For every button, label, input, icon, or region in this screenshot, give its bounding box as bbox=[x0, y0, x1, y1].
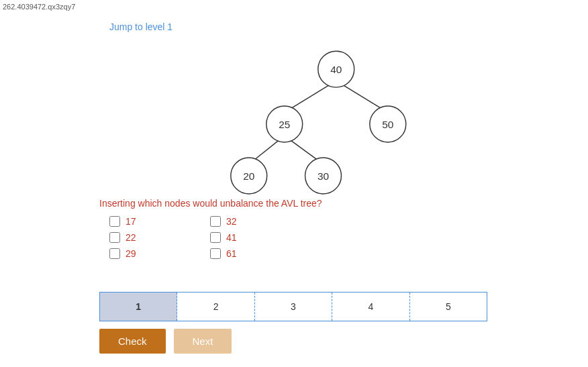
node-50-label: 50 bbox=[382, 119, 393, 130]
node-40-label: 40 bbox=[330, 64, 342, 75]
checkbox-41[interactable] bbox=[210, 232, 221, 243]
label-41: 41 bbox=[226, 232, 237, 243]
pagination-bar: 1 2 3 4 5 bbox=[99, 292, 487, 321]
checkbox-22[interactable] bbox=[109, 232, 120, 243]
page-4[interactable]: 4 bbox=[332, 293, 409, 321]
options-container: 17 32 22 41 29 61 bbox=[109, 216, 304, 259]
node-30-label: 30 bbox=[317, 170, 329, 182]
tree-svg: 40 25 50 20 30 bbox=[109, 37, 485, 211]
node-25-label: 25 bbox=[279, 119, 290, 130]
option-17: 17 bbox=[109, 216, 203, 227]
page-3[interactable]: 3 bbox=[255, 293, 332, 321]
option-22: 22 bbox=[109, 232, 203, 243]
option-32: 32 bbox=[210, 216, 304, 227]
page-1[interactable]: 1 bbox=[100, 293, 177, 321]
checkbox-32[interactable] bbox=[210, 216, 221, 227]
question-text: Inserting which nodes would unbalance th… bbox=[99, 198, 322, 209]
label-22: 22 bbox=[126, 232, 136, 243]
page-2[interactable]: 2 bbox=[177, 293, 254, 321]
next-button[interactable]: Next bbox=[174, 329, 232, 354]
checkbox-61[interactable] bbox=[210, 248, 221, 259]
jump-to-level-link[interactable]: Jump to level 1 bbox=[109, 21, 173, 32]
option-29: 29 bbox=[109, 248, 203, 259]
buttons-container: Check Next bbox=[99, 329, 232, 354]
check-button[interactable]: Check bbox=[99, 329, 166, 354]
label-61: 61 bbox=[226, 248, 237, 259]
tree-diagram: 40 25 50 20 30 bbox=[109, 37, 485, 211]
page-5[interactable]: 5 bbox=[410, 293, 487, 321]
checkbox-29[interactable] bbox=[109, 248, 120, 259]
option-41: 41 bbox=[210, 232, 304, 243]
label-29: 29 bbox=[126, 248, 136, 259]
label-17: 17 bbox=[126, 216, 136, 227]
node-20-label: 20 bbox=[243, 170, 254, 182]
label-32: 32 bbox=[226, 216, 237, 227]
watermark: 262.4039472.qx3zqy7 bbox=[3, 3, 75, 11]
checkbox-17[interactable] bbox=[109, 216, 120, 227]
option-61: 61 bbox=[210, 248, 304, 259]
